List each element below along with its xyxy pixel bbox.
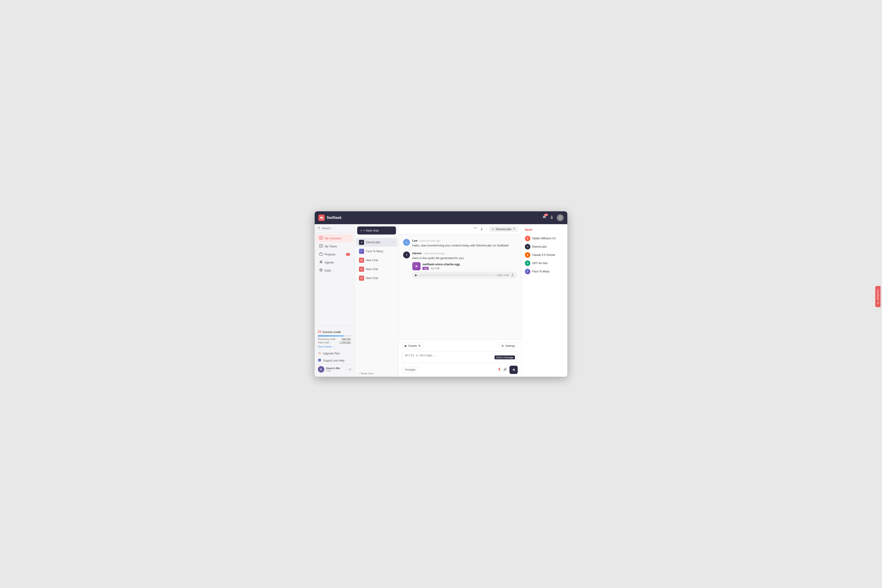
audio-file: swiftask-voice-charlie.ogg ogg 81.5 kB xyxy=(412,262,517,270)
chat-item-elevenlabs[interactable]: ⏸ ElevenLabs ··· xyxy=(356,238,397,247)
agent-item-stable-diffusion[interactable]: S Stable Diffusion V3 xyxy=(525,234,564,243)
logo: Swiftask xyxy=(318,214,542,221)
audio-info: swiftask-voice-charlie.ogg ogg 81.5 kB xyxy=(422,262,460,270)
new-chat-label: + New chat xyxy=(364,229,378,232)
chat-item-new-chat-1[interactable]: New Chat xyxy=(356,256,397,265)
projects-icon xyxy=(319,252,323,256)
agent-item-claude[interactable]: A Claude 3.5 Sonnet xyxy=(525,251,564,259)
message-input[interactable] xyxy=(402,351,518,363)
weather-icon[interactable] xyxy=(549,215,554,221)
chevron-down-icon[interactable]: ⌄ xyxy=(346,368,348,371)
eleven-header: eleven a few seconds ago xyxy=(412,252,517,255)
app-window: Swiftask 64 K xyxy=(315,212,567,377)
download-icon[interactable] xyxy=(480,227,483,231)
agents-label: Agents xyxy=(324,261,334,264)
eleven-content: eleven a few seconds ago Here is the aud… xyxy=(412,252,517,279)
new-chat-button[interactable]: + + New chat xyxy=(357,226,396,234)
user-section[interactable]: K Karen's Wo Free ⌄ ⚙ xyxy=(315,364,355,374)
remaining-value: 946 338 xyxy=(341,338,351,341)
credit-title: Current credit xyxy=(322,330,340,334)
refresh-icon[interactable] xyxy=(473,227,477,231)
feedback-tab[interactable]: Feedback ✉ xyxy=(875,286,880,307)
remaining-credit-row: Remaining credit : 946 338 xyxy=(318,338,351,341)
agent-item-gpt4o[interactable]: G GPT-4o mini xyxy=(525,259,564,267)
remaining-label: Remaining credit : xyxy=(318,338,336,341)
show-more-label: Show more xyxy=(361,372,374,375)
microphone-icon[interactable] xyxy=(498,368,501,372)
chat-main: ⏸ ElevenLabs L Lee a few seconds xyxy=(399,224,521,377)
svg-rect-13 xyxy=(318,331,321,333)
settings-icon[interactable]: ⚙ xyxy=(349,368,351,371)
upgrade-icon xyxy=(318,351,321,356)
user-avatar[interactable]: K xyxy=(557,214,564,221)
chat-item-face-to-many[interactable]: F Face To Many xyxy=(356,247,397,256)
chat-icon-new-3 xyxy=(359,276,364,280)
prompts-button[interactable]: Prompts xyxy=(402,367,418,373)
user-name: Karen's Wo xyxy=(326,367,344,370)
play-button[interactable]: ▶ xyxy=(415,273,417,277)
chat-sidebar: + + New chat ⏸ ElevenLabs ··· F Face To … xyxy=(355,224,399,377)
message-eleven: ⏸ eleven a few seconds ago Here is the a… xyxy=(403,252,517,279)
audio-time: 0:00 / 0:05 xyxy=(497,274,509,276)
svg-line-2 xyxy=(320,228,320,229)
svg-rect-23 xyxy=(361,277,363,279)
settings-button[interactable]: ⚙ Settings xyxy=(499,343,518,349)
lee-text: Hello, start transforming your content t… xyxy=(412,243,517,248)
voice-select-button[interactable]: ▶ Charlie ⇅ xyxy=(402,343,423,349)
audio-size: 81.5 kB xyxy=(431,267,440,270)
eleven-time: a few seconds ago xyxy=(423,252,444,255)
data-label: Data xyxy=(324,269,331,272)
claude-name: Claude 3.5 Sonnet xyxy=(532,254,555,256)
show-more-button[interactable]: › Show more xyxy=(356,371,397,376)
notifications-icon[interactable]: 64 xyxy=(542,215,547,221)
svg-rect-8 xyxy=(320,253,322,255)
notification-badge: 64 xyxy=(544,214,548,216)
send-button[interactable] xyxy=(510,366,518,374)
chat-label-elevenlabs: ElevenLabs xyxy=(366,241,380,244)
my-assistant-label: My Assistant xyxy=(324,237,341,240)
audio-download-icon[interactable] xyxy=(511,273,514,277)
upgrade-plan-button[interactable]: Upgrade Plan xyxy=(315,350,355,357)
gpt4o-icon: G xyxy=(525,261,530,266)
sidebar-item-projects[interactable]: Projects 2 xyxy=(316,250,353,258)
agent-item-elevenlabs[interactable]: ⏸ ElevenLabs xyxy=(525,243,564,251)
sidebar-bottom: Current credit Remaining credit : 946 33… xyxy=(315,326,355,377)
chat-icon-face-to-many: F xyxy=(359,249,364,254)
chat-item-new-chat-2[interactable]: New Chat xyxy=(356,265,397,273)
more-details-link[interactable]: More details → xyxy=(318,345,351,348)
lee-content: Lee a few seconds ago Hello, start trans… xyxy=(412,239,517,248)
title-bar-actions: 64 K xyxy=(542,214,564,221)
gear-icon: ⚙ xyxy=(501,344,504,348)
plus-icon: + xyxy=(360,229,362,232)
chat-icon-new-1 xyxy=(359,258,364,263)
message-lee: L Lee a few seconds ago Hello, start tra… xyxy=(403,239,517,248)
selector-arrows: ⇅ xyxy=(418,344,420,348)
agent-item-face-to-many[interactable]: F Face To Many xyxy=(525,267,564,276)
logo-icon xyxy=(318,214,325,221)
total-credit-row: Total credit : 1 200 000 xyxy=(318,341,351,344)
chevron-down-icon-header xyxy=(513,227,515,231)
sidebar-item-my-assistant[interactable]: My Assistant xyxy=(316,234,353,242)
chat-label-new-2: New Chat xyxy=(366,268,378,271)
chat-item-new-chat-3[interactable]: New Chat xyxy=(356,274,397,282)
sidebar-item-data[interactable]: Data xyxy=(316,266,353,274)
lee-time: a few seconds ago xyxy=(419,239,440,242)
search-input[interactable] xyxy=(322,227,356,230)
svg-point-11 xyxy=(321,262,322,262)
attachment-icon[interactable] xyxy=(504,368,507,372)
upgrade-label: Upgrade Plan xyxy=(323,352,340,355)
support-help-button[interactable]: ? Support and Help xyxy=(315,357,355,364)
app-title: Swiftask xyxy=(327,216,342,220)
sidebar-item-my-tasks[interactable]: My Tasks xyxy=(316,242,353,250)
eleven-text: Here is the audio file generated for you xyxy=(412,256,517,261)
audio-timeline[interactable] xyxy=(419,275,495,276)
chat-more-icon[interactable]: ··· xyxy=(392,240,394,244)
audio-filename: swiftask-voice-charlie.ogg xyxy=(422,262,460,266)
claude-icon: A xyxy=(525,252,530,258)
input-bottom: Prompts xyxy=(402,366,518,374)
chat-label-new-3: New Chat xyxy=(366,276,378,280)
svg-point-1 xyxy=(318,227,320,229)
sidebar-item-agents[interactable]: Agents xyxy=(316,258,353,266)
face-to-many-icon: F xyxy=(525,269,530,274)
agent-selector[interactable]: ⏸ ElevenLabs xyxy=(489,226,518,232)
